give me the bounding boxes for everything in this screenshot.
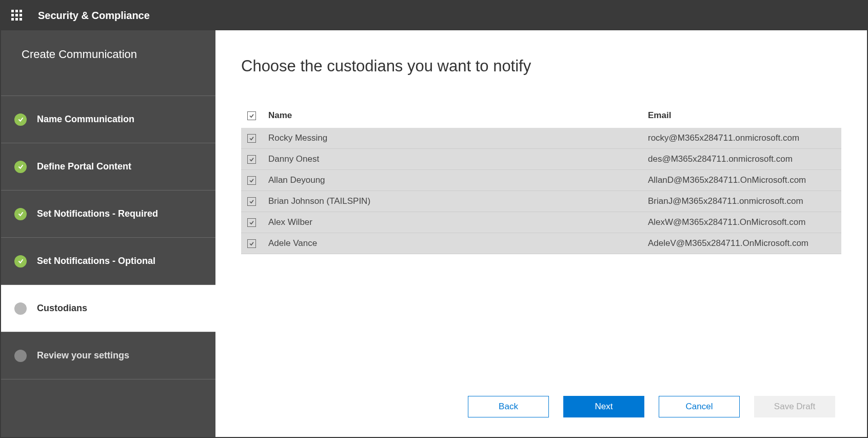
save-draft-button: Save Draft — [754, 396, 835, 417]
current-step-icon — [14, 302, 27, 315]
row-checkbox[interactable] — [247, 197, 256, 206]
step-custodians[interactable]: Custodians — [1, 285, 215, 332]
custodian-email: AllanD@M365x284711.OnMicrosoft.com — [644, 170, 841, 191]
button-row: Back Next Cancel Save Draft — [468, 396, 835, 417]
step-label: Define Portal Content — [37, 161, 131, 172]
select-all-checkbox[interactable] — [247, 111, 256, 120]
custodian-name: Allan Deyoung — [264, 170, 644, 191]
sidebar-heading: Create Communication — [1, 30, 215, 96]
step-label: Set Notifications - Optional — [37, 256, 155, 266]
custodian-email: BrianJ@M365x284711.onmicrosoft.com — [644, 191, 841, 212]
custodians-table: Name Email Rocky Messing rocky@M365x2847… — [241, 105, 841, 254]
table-row[interactable]: Rocky Messing rocky@M365x284711.onmicros… — [241, 128, 841, 149]
cancel-button[interactable]: Cancel — [659, 396, 740, 417]
column-header-email[interactable]: Email — [644, 105, 841, 128]
custodian-email: rocky@M365x284711.onmicrosoft.com — [644, 128, 841, 149]
step-name-communication[interactable]: Name Communication — [1, 96, 215, 143]
check-circle-icon — [14, 113, 27, 126]
content-pane: Choose the custodians you want to notify… — [215, 30, 867, 437]
table-row[interactable]: Danny Onest des@M365x284711.onmicrosoft.… — [241, 149, 841, 170]
page-title: Choose the custodians you want to notify — [241, 57, 841, 75]
next-button[interactable]: Next — [563, 396, 644, 417]
table-row[interactable]: Adele Vance AdeleV@M365x284711.OnMicroso… — [241, 233, 841, 254]
sidebar: Create Communication Name Communication … — [1, 30, 215, 437]
check-circle-icon — [14, 161, 27, 173]
table-row[interactable]: Alex Wilber AlexW@M365x284711.OnMicrosof… — [241, 212, 841, 233]
row-checkbox[interactable] — [247, 218, 256, 227]
step-label: Set Notifications - Required — [37, 208, 158, 219]
row-checkbox[interactable] — [247, 239, 256, 248]
step-label: Custodians — [37, 303, 87, 314]
custodian-email: AdeleV@M365x284711.OnMicrosoft.com — [644, 233, 841, 254]
check-circle-icon — [14, 208, 27, 220]
column-header-name[interactable]: Name — [264, 105, 644, 128]
custodian-name: Danny Onest — [264, 149, 644, 170]
step-label: Name Communication — [37, 114, 134, 125]
step-label: Review your settings — [37, 350, 129, 361]
row-checkbox[interactable] — [247, 155, 256, 164]
step-set-notifications-optional[interactable]: Set Notifications - Optional — [1, 238, 215, 285]
custodian-name: Rocky Messing — [264, 128, 644, 149]
check-circle-icon — [14, 255, 27, 268]
step-define-portal-content[interactable]: Define Portal Content — [1, 143, 215, 191]
custodian-name: Brian Johnson (TAILSPIN) — [264, 191, 644, 212]
table-row[interactable]: Allan Deyoung AllanD@M365x284711.OnMicro… — [241, 170, 841, 191]
step-set-notifications-required[interactable]: Set Notifications - Required — [1, 191, 215, 238]
row-checkbox[interactable] — [247, 176, 256, 185]
row-checkbox[interactable] — [247, 134, 256, 143]
custodian-email: des@M365x284711.onmicrosoft.com — [644, 149, 841, 170]
app-title: Security & Compliance — [38, 10, 150, 22]
custodian-name: Adele Vance — [264, 233, 644, 254]
app-launcher-icon[interactable] — [11, 10, 24, 22]
back-button[interactable]: Back — [468, 396, 549, 417]
step-review-settings[interactable]: Review your settings — [1, 332, 215, 379]
custodian-name: Alex Wilber — [264, 212, 644, 233]
custodian-email: AlexW@M365x284711.OnMicrosoft.com — [644, 212, 841, 233]
top-bar: Security & Compliance — [1, 1, 867, 30]
pending-step-icon — [14, 350, 27, 362]
table-row[interactable]: Brian Johnson (TAILSPIN) BrianJ@M365x284… — [241, 191, 841, 212]
